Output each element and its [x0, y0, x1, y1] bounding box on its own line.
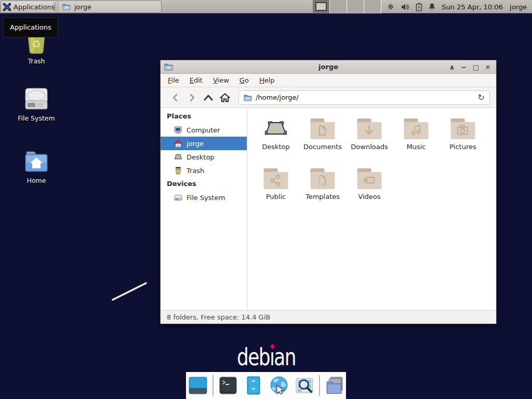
location-path-text: /home/jorge/ [256, 94, 299, 101]
desktop-icon-file-system[interactable]: File System [12, 87, 60, 122]
folder-item-label: Public [266, 193, 286, 201]
top-panel: Applications jorge [0, 0, 532, 14]
tooltip-text: Applications [10, 23, 51, 31]
location-bar[interactable]: /home/jorge/ ↻ [238, 90, 490, 105]
menu-view[interactable]: View [208, 74, 234, 86]
sidebar-item-label: Trash [187, 167, 204, 175]
applications-menu-button[interactable]: Applications [1, 1, 59, 13]
app-finder-button[interactable] [294, 375, 315, 396]
sidebar-item-label: Computer [187, 126, 220, 134]
sidebar-places-header: Places [161, 110, 247, 123]
file-manager-button[interactable] [243, 375, 264, 396]
folder-item-documents[interactable]: Documents [299, 116, 346, 166]
folder-item-pictures[interactable]: Pictures [440, 116, 486, 166]
folder-item-label: Desktop [262, 143, 290, 151]
folder-item-downloads[interactable]: Downloads [346, 116, 393, 166]
sidebar-item-trash[interactable]: Trash [161, 164, 247, 177]
forward-icon [189, 94, 195, 102]
folder-item-desktop[interactable]: Desktop [252, 116, 299, 166]
documents-folder-icon [310, 118, 335, 140]
sidebar-item-desktop[interactable]: Desktop [161, 150, 247, 164]
folder-item-videos[interactable]: Videos [346, 166, 393, 216]
folder-item-public[interactable]: Public [252, 166, 299, 216]
back-button[interactable] [167, 90, 183, 105]
window-titlebar[interactable]: jorge ∧ − □ ✕ [161, 60, 496, 74]
applications-menu-icon [3, 3, 11, 11]
show-desktop-icon [188, 375, 208, 396]
file-cabinet-icon [243, 375, 264, 396]
location-folder-icon [244, 94, 252, 101]
sidebar-item-label: File System [187, 194, 225, 202]
notifications-icon[interactable] [428, 3, 436, 11]
sidebar-item-jorge[interactable]: jorge [161, 137, 247, 150]
panel-grip-handle[interactable] [54, 2, 57, 11]
folder-item-label: Documents [303, 143, 342, 151]
public-folder-icon [263, 168, 288, 190]
network-icon[interactable] [386, 3, 395, 11]
menu-go[interactable]: Go [234, 74, 254, 86]
show-desktop-button[interactable] [187, 375, 209, 396]
panel-username[interactable]: jorge [510, 3, 527, 11]
bottom-dock [186, 372, 346, 399]
back-icon [172, 94, 179, 102]
volume-icon[interactable] [401, 3, 410, 11]
window-title: jorge [161, 63, 496, 71]
toolbar: /home/jorge/ ↻ [161, 87, 496, 108]
home-button[interactable] [217, 90, 233, 105]
maximize-button[interactable]: □ [472, 63, 480, 71]
svg-text:♻: ♻ [32, 38, 41, 50]
taskbar-window-label: jorge [74, 3, 91, 11]
computer-icon [174, 126, 182, 134]
folder-item-templates[interactable]: Templates [299, 166, 346, 216]
reload-button[interactable]: ↻ [478, 94, 485, 102]
panel-clock[interactable]: Sun 25 Apr, 10:06 [442, 3, 503, 11]
workspace-window-thumbnail [315, 2, 327, 11]
folder-item-label: Downloads [351, 143, 388, 151]
home-icon [174, 139, 182, 148]
terminal-button[interactable] [217, 375, 239, 396]
sidebar-item-file-system[interactable]: File System [161, 191, 247, 204]
file-manager-window: jorge ∧ − □ ✕ File Edit View Go Help [160, 60, 497, 324]
folder-view: Desktop Documents [247, 108, 496, 310]
workspace-switcher [313, 0, 381, 14]
status-text: 8 folders, Free space: 14.4 GiB [167, 313, 270, 321]
workspace-2[interactable] [330, 0, 347, 14]
app-finder-icon [294, 375, 315, 396]
folder-item-music[interactable]: Music [393, 116, 440, 166]
music-folder-icon [404, 118, 429, 140]
desktop-icon-home[interactable]: Home [12, 150, 60, 184]
sidebar-item-label: Desktop [187, 153, 215, 161]
terminal-icon [218, 375, 238, 396]
shade-button[interactable]: ∧ [448, 63, 456, 71]
workspace-1[interactable] [313, 0, 330, 14]
directory-button[interactable] [324, 375, 345, 396]
menu-edit[interactable]: Edit [184, 74, 208, 86]
battery-icon[interactable] [416, 3, 422, 11]
menubar: File Edit View Go Help [161, 74, 496, 87]
taskbar-window-button[interactable]: jorge [58, 1, 162, 13]
workspace-3[interactable] [347, 0, 364, 14]
desktop-icon-label: Home [27, 177, 46, 184]
system-tray [386, 3, 436, 11]
pictures-folder-icon [450, 118, 475, 140]
window-folder-icon [164, 63, 173, 71]
templates-folder-icon [310, 168, 335, 190]
folder-item-label: Music [407, 143, 426, 151]
forward-button[interactable] [183, 90, 200, 105]
minimize-button[interactable]: − [460, 63, 468, 71]
videos-folder-icon [357, 168, 382, 190]
folder-item-label: Templates [305, 193, 340, 201]
dock-separator [212, 375, 214, 396]
workspace-4[interactable] [364, 0, 381, 14]
web-browser-globe-icon [269, 375, 289, 396]
close-button[interactable]: ✕ [484, 63, 491, 71]
desktop-icon-label: File System [18, 114, 55, 122]
folder-item-label: Videos [358, 193, 380, 201]
menu-help[interactable]: Help [254, 74, 280, 86]
statusbar: 8 folders, Free space: 14.4 GiB [161, 310, 496, 324]
hard-drive-icon [174, 193, 182, 202]
sidebar-item-computer[interactable]: Computer [161, 123, 247, 137]
web-browser-button[interactable] [268, 375, 290, 396]
menu-file[interactable]: File [163, 74, 184, 86]
up-button[interactable] [200, 90, 217, 105]
